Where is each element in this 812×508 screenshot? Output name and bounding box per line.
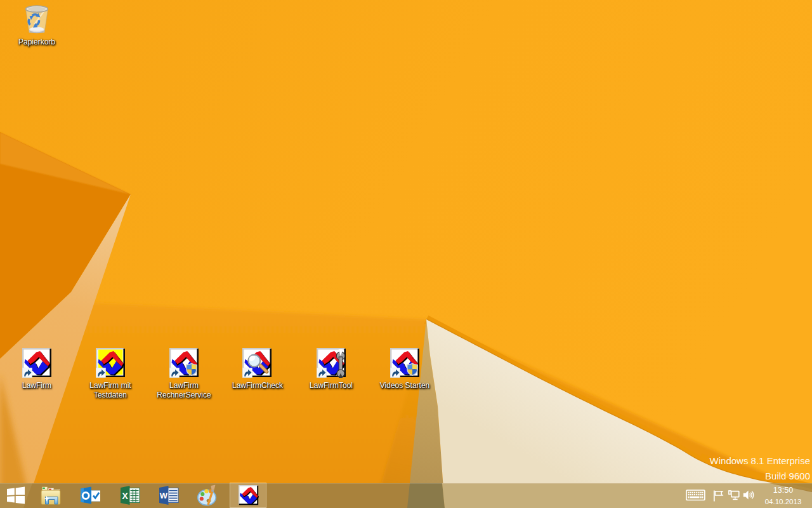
svg-text:W: W — [160, 491, 168, 500]
svg-text:X: X — [122, 491, 128, 501]
